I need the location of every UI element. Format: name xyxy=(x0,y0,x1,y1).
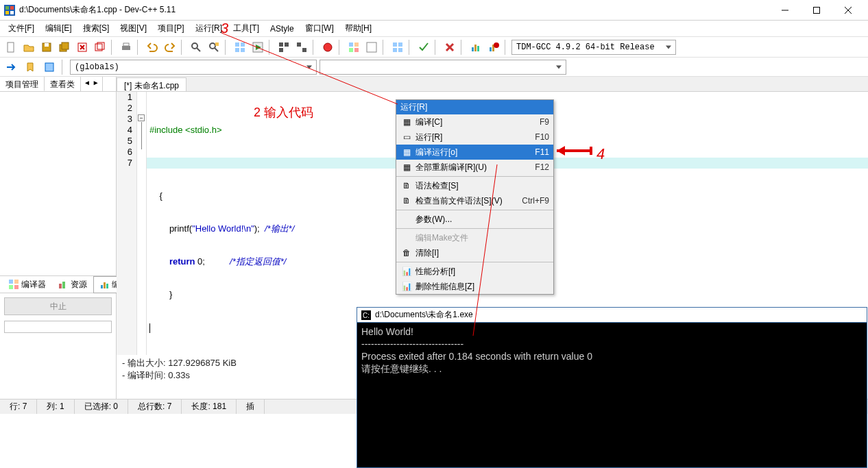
compiler-select[interactable]: TDM-GCC 4.9.2 64-bit Release xyxy=(511,40,676,55)
caret xyxy=(149,323,150,333)
left-tab-classes[interactable]: 查看类 xyxy=(45,77,81,91)
fold-toggle-icon[interactable]: − xyxy=(138,114,145,121)
print-icon[interactable] xyxy=(118,39,134,56)
save-all-icon[interactable] xyxy=(56,39,73,56)
menu-edit[interactable]: 编辑[E] xyxy=(40,21,77,36)
replace-icon[interactable] xyxy=(206,39,222,56)
menu-run[interactable]: 运行[R] xyxy=(190,21,228,36)
profile-icon[interactable] xyxy=(468,39,484,56)
left-tab-scroll[interactable]: ◄ ► xyxy=(81,77,103,91)
open-icon[interactable] xyxy=(21,39,37,56)
status-line: 行: 7 xyxy=(0,399,37,414)
menu-item-compile[interactable]: ▦编译[C]F9 xyxy=(396,114,553,130)
console-body[interactable]: Hello World! ---------------------------… xyxy=(357,323,867,378)
svg-rect-35 xyxy=(302,48,306,52)
svg-rect-60 xyxy=(62,282,65,288)
svg-rect-55 xyxy=(9,280,13,284)
new-file-icon[interactable] xyxy=(3,39,19,56)
close-all-icon[interactable] xyxy=(92,39,108,56)
minimize-button[interactable] xyxy=(769,0,801,21)
rebuild-all-icon[interactable] xyxy=(293,39,310,56)
menu-search[interactable]: 搜索[S] xyxy=(77,21,115,36)
menu-item-compile-run[interactable]: ▦编译运行[o]F11 xyxy=(396,145,553,160)
svg-rect-1 xyxy=(5,6,9,10)
undo-icon[interactable] xyxy=(144,39,160,56)
console-title-bar[interactable]: C: d:\Documents\未命名1.exe xyxy=(357,308,867,323)
svg-rect-26 xyxy=(235,42,239,47)
close-button[interactable] xyxy=(832,0,864,21)
line-gutter: 123 456 7 xyxy=(117,92,137,355)
log-icon xyxy=(99,280,109,289)
status-total: 总行数: 7 xyxy=(128,399,182,414)
menu-astyle[interactable]: AStyle xyxy=(265,22,300,36)
menu-item-syntax[interactable]: 🗎语法检查[S] xyxy=(396,178,553,193)
stop-button[interactable]: 中止 xyxy=(4,297,112,315)
menu-item-clean[interactable]: 🗑清除[I] xyxy=(396,245,553,260)
menu-bar: 文件[F] 编辑[E] 搜索[S] 视图[V] 项目[P] 运行[R] 工具[T… xyxy=(0,21,868,37)
menu-help[interactable]: 帮助[H] xyxy=(339,21,377,36)
svg-rect-58 xyxy=(14,285,19,289)
run-menu-header: 运行[R] xyxy=(396,100,553,114)
debug-icon[interactable] xyxy=(320,39,336,56)
menu-view[interactable]: 视图[V] xyxy=(114,21,152,36)
find-icon[interactable] xyxy=(188,39,204,56)
svg-rect-11 xyxy=(45,43,49,47)
svg-rect-40 xyxy=(354,48,359,52)
redo-icon[interactable] xyxy=(162,39,178,56)
svg-rect-43 xyxy=(398,42,402,47)
menu-item-profile[interactable]: 📊性能分析[f] xyxy=(396,264,553,279)
svg-rect-62 xyxy=(104,282,106,288)
menu-item-rebuild-all[interactable]: ▦全部重新编译[R](U)F12 xyxy=(396,160,553,175)
chart-icon: 📊 xyxy=(400,267,413,276)
menu-item-params[interactable]: 参数(W)... xyxy=(396,212,553,227)
menu-window[interactable]: 窗口[W] xyxy=(300,21,339,36)
grid2-icon[interactable] xyxy=(363,39,380,56)
grid-icon xyxy=(9,280,19,289)
save-icon[interactable] xyxy=(38,39,55,56)
grid-icon: ▦ xyxy=(400,162,413,172)
profile-del-icon[interactable] xyxy=(485,39,502,56)
rebuild-icon[interactable] xyxy=(276,39,292,56)
menu-item-syntax-current[interactable]: 🗎检查当前文件语法[S](V)Ctrl+F9 xyxy=(396,193,553,208)
grid1-icon[interactable] xyxy=(346,39,362,56)
svg-rect-28 xyxy=(235,48,239,52)
menu-item-run[interactable]: ▭运行[R]F10 xyxy=(396,130,553,145)
svg-line-22 xyxy=(197,48,200,51)
bottom-left: 中止 xyxy=(0,293,117,399)
window-title: d:\Documents\未命名1.cpp - Dev-C++ 5.11 xyxy=(19,4,769,16)
tab-compiler[interactable]: 编译器 xyxy=(3,276,52,293)
status-col: 列: 1 xyxy=(37,399,74,414)
svg-rect-19 xyxy=(122,46,130,50)
svg-rect-49 xyxy=(474,45,477,51)
left-tab-project[interactable]: 项目管理 xyxy=(0,77,45,91)
svg-rect-27 xyxy=(241,42,245,47)
svg-rect-34 xyxy=(297,42,301,47)
menu-item-profile-del[interactable]: 📊删除性能信息[Z] xyxy=(396,279,553,294)
goto-icon[interactable] xyxy=(3,59,19,75)
member-select[interactable] xyxy=(320,60,566,75)
bookmark2-icon[interactable] xyxy=(41,59,58,75)
svg-point-21 xyxy=(192,43,197,49)
grid3-icon[interactable] xyxy=(389,39,406,56)
fold-column[interactable]: − xyxy=(137,92,147,355)
run-icon[interactable] xyxy=(250,39,266,56)
menu-project[interactable]: 项目[P] xyxy=(152,21,190,36)
x-icon[interactable] xyxy=(442,39,458,56)
menu-tools[interactable]: 工具[T] xyxy=(228,21,265,36)
svg-rect-45 xyxy=(398,48,402,52)
svg-rect-33 xyxy=(279,48,283,52)
tab-resource[interactable]: 资源 xyxy=(52,276,93,293)
left-panel: 项目管理 查看类 ◄ ► xyxy=(0,77,117,275)
scope-select[interactable]: (globals) xyxy=(70,60,317,75)
bookmark-icon[interactable] xyxy=(22,59,38,75)
app-icon xyxy=(4,5,15,16)
svg-point-53 xyxy=(494,42,499,48)
menu-file[interactable]: 文件[F] xyxy=(3,21,40,36)
run-icon: ▭ xyxy=(400,132,413,142)
maximize-button[interactable] xyxy=(801,0,832,21)
compile-icon[interactable] xyxy=(232,39,248,56)
close-file-icon[interactable] xyxy=(74,39,91,56)
doc-icon: 🗎 xyxy=(400,196,413,206)
check-icon[interactable] xyxy=(415,39,432,56)
file-tab[interactable]: [*] 未命名1.cpp xyxy=(117,77,186,91)
